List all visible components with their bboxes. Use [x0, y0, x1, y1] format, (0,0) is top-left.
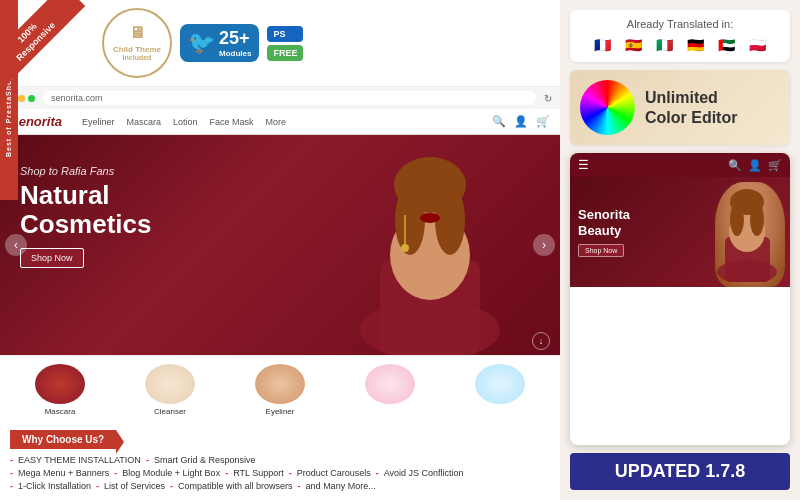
hero-next-arrow[interactable]: ›: [533, 234, 555, 256]
flag-pl: 🇵🇱: [745, 36, 771, 54]
badge-container: 🖥 Child Theme Included 🐦 25+ Modules PS …: [102, 8, 303, 78]
hero-model-area: [340, 140, 520, 355]
dash-icon: -: [225, 468, 228, 478]
svg-point-6: [435, 185, 465, 255]
hamburger-icon: ☰: [578, 158, 589, 172]
monitor-icon: 🖥: [129, 23, 145, 42]
nav-face-mask[interactable]: Face Mask: [210, 117, 254, 127]
flag-fr: 🇫🇷: [590, 36, 616, 54]
product-item-extra2: [445, 364, 555, 416]
search-icon[interactable]: 🔍: [492, 115, 506, 128]
responsive-ribbon: 100% Responsive: [0, 0, 110, 110]
scroll-indicator: ↓: [532, 332, 550, 350]
hero-shop-now-button[interactable]: Shop Now: [20, 248, 84, 268]
feature-1click: 1-Click Installation: [18, 481, 91, 491]
dash-icon: -: [146, 455, 149, 465]
ps-free-badges: PS FREE: [267, 26, 303, 61]
ps-badge: PS: [267, 26, 303, 42]
flag-it: 🇮🇹: [652, 36, 678, 54]
puffin-icon: 🐦: [188, 30, 215, 56]
flag-es: 🇪🇸: [621, 36, 647, 54]
modules-label: Modules: [219, 49, 251, 58]
phone-hero-text: Senorita Beauty Shop Now: [570, 199, 638, 264]
modules-badge: 🐦 25+ Modules: [180, 24, 259, 62]
phone-header-icons: 🔍 👤 🛒: [728, 159, 782, 172]
cart-icon[interactable]: 🛒: [536, 115, 550, 128]
product-item-cleanser: Cleanser: [115, 364, 225, 416]
svg-point-5: [395, 185, 425, 255]
phone-hero: Senorita Beauty Shop Now: [570, 177, 790, 287]
child-theme-badge: 🖥 Child Theme Included: [102, 8, 172, 78]
why-choose-button[interactable]: Why Choose Us?: [10, 430, 116, 449]
product-thumb: [35, 364, 85, 404]
feature-js: Avoid JS Confliction: [384, 468, 464, 478]
phone-user-icon: 👤: [748, 159, 762, 172]
nav-mascara[interactable]: Mascara: [127, 117, 162, 127]
color-editor-section: Unlimited Color Editor: [570, 70, 790, 145]
color-wheel: [580, 80, 635, 135]
phone-cart-icon: 🛒: [768, 159, 782, 172]
user-icon[interactable]: 👤: [514, 115, 528, 128]
feature-carousels: Product Carousels: [297, 468, 371, 478]
product-thumb: [145, 364, 195, 404]
ribbon-text: 100% Responsive: [0, 0, 86, 91]
hero-prev-arrow[interactable]: ‹: [5, 234, 27, 256]
product-item-mascara: Mascara: [5, 364, 115, 416]
browser-mockup: senorita.com ↻ Senorita Eyeliner Mascara…: [0, 87, 560, 424]
dash-icon: -: [376, 468, 379, 478]
modules-count: 25+: [219, 28, 251, 49]
feature-compatible: Compatible with all browsers: [178, 481, 293, 491]
why-section: Why Choose Us? - EASY THEME INSTALLATION…: [0, 424, 560, 500]
feature-more: and Many More...: [306, 481, 376, 491]
dash-icon: -: [298, 481, 301, 491]
svg-point-9: [420, 213, 440, 223]
svg-point-16: [750, 202, 764, 236]
product-thumb: [475, 364, 525, 404]
browser-url[interactable]: senorita.com: [43, 91, 536, 105]
feature-rtl: RTL Support: [233, 468, 284, 478]
browser-refresh-icon: ↻: [544, 93, 552, 104]
feature-smart-grid: Smart Grid & Responsive: [154, 455, 256, 465]
phone-shop-now-button[interactable]: Shop Now: [578, 244, 624, 257]
dash-icon: -: [10, 468, 13, 478]
translated-section: Already Translated in: 🇫🇷 🇪🇸 🇮🇹 🇩🇪 🇦🇪 🇵🇱: [570, 10, 790, 62]
dash-icon: -: [170, 481, 173, 491]
phone-model: [715, 182, 785, 287]
flags-row: 🇫🇷 🇪🇸 🇮🇹 🇩🇪 🇦🇪 🇵🇱: [580, 36, 780, 54]
updated-badge: UPDATED 1.7.8: [570, 453, 790, 490]
model-illustration: [350, 140, 510, 355]
why-header: Why Choose Us?: [10, 424, 550, 455]
nav-eyeliner[interactable]: Eyeliner: [82, 117, 115, 127]
features-row-3: - 1-Click Installation - List of Service…: [10, 481, 550, 491]
phone-model-illustration: [715, 182, 780, 282]
hero-subtitle: Shop to Rafia Fans: [20, 165, 152, 177]
nav-lotion[interactable]: Lotion: [173, 117, 198, 127]
color-editor-text: Unlimited Color Editor: [645, 88, 737, 126]
nav-more[interactable]: More: [266, 117, 287, 127]
flag-de: 🇩🇪: [683, 36, 709, 54]
svg-point-15: [730, 202, 744, 236]
svg-point-8: [401, 244, 409, 252]
product-name: Mascara: [45, 407, 76, 416]
feature-services: List of Services: [104, 481, 165, 491]
product-name: Cleanser: [154, 407, 186, 416]
flag-ae: 🇦🇪: [714, 36, 740, 54]
hero-section: Shop to Rafia Fans Natural Cosmetics Sho…: [0, 135, 560, 355]
phone-search-icon: 🔍: [728, 159, 742, 172]
nav-icons: 🔍 👤 🛒: [492, 115, 550, 128]
site-nav: Senorita Eyeliner Mascara Lotion Face Ma…: [0, 109, 560, 135]
product-thumb: [255, 364, 305, 404]
feature-easy-install: EASY THEME INSTALLATION: [18, 455, 141, 465]
product-strip: Mascara Cleanser Eyeliner: [0, 355, 560, 424]
dash-icon: -: [96, 481, 99, 491]
free-badge: FREE: [267, 45, 303, 61]
features-row-2: - Mega Menu + Banners - Blog Module + Li…: [10, 468, 550, 478]
dash-icon: -: [114, 468, 117, 478]
phone-hero-title: Senorita Beauty: [578, 207, 630, 238]
feature-blog: Blog Module + Light Box: [122, 468, 220, 478]
product-thumb: [365, 364, 415, 404]
dash-icon: -: [289, 468, 292, 478]
features-row-1: - EASY THEME INSTALLATION - Smart Grid &…: [10, 455, 550, 465]
translated-title: Already Translated in:: [580, 18, 780, 30]
hero-text-block: Shop to Rafia Fans Natural Cosmetics Sho…: [20, 165, 152, 268]
